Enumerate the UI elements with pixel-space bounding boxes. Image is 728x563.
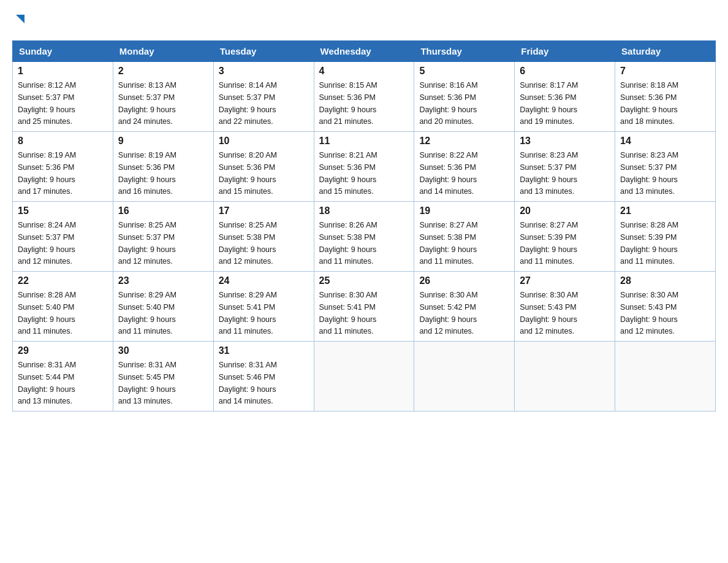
day-number: 7 bbox=[620, 66, 710, 77]
calendar-cell: 20 Sunrise: 8:27 AMSunset: 5:39 PMDaylig… bbox=[515, 202, 615, 272]
day-info: Sunrise: 8:30 AMSunset: 5:42 PMDaylight:… bbox=[419, 291, 477, 335]
calendar-cell bbox=[515, 342, 615, 412]
day-info: Sunrise: 8:18 AMSunset: 5:36 PMDaylight:… bbox=[620, 81, 678, 126]
day-info: Sunrise: 8:28 AMSunset: 5:39 PMDaylight:… bbox=[620, 221, 678, 266]
day-number: 19 bbox=[419, 205, 509, 216]
day-number: 21 bbox=[620, 205, 710, 216]
calendar-cell: 21 Sunrise: 8:28 AMSunset: 5:39 PMDaylig… bbox=[615, 202, 716, 272]
day-info: Sunrise: 8:26 AMSunset: 5:38 PMDaylight:… bbox=[319, 221, 377, 266]
calendar-cell: 28 Sunrise: 8:30 AMSunset: 5:43 PMDaylig… bbox=[615, 272, 716, 342]
day-number: 3 bbox=[219, 66, 309, 77]
week-row-4: 22 Sunrise: 8:28 AMSunset: 5:40 PMDaylig… bbox=[13, 272, 716, 342]
calendar-cell: 29 Sunrise: 8:31 AMSunset: 5:44 PMDaylig… bbox=[13, 342, 113, 412]
day-number: 13 bbox=[520, 136, 610, 147]
day-info: Sunrise: 8:30 AMSunset: 5:43 PMDaylight:… bbox=[620, 291, 678, 335]
day-info: Sunrise: 8:30 AMSunset: 5:43 PMDaylight:… bbox=[520, 291, 578, 335]
day-info: Sunrise: 8:19 AMSunset: 5:36 PMDaylight:… bbox=[118, 151, 176, 196]
svg-marker-0 bbox=[16, 15, 25, 23]
calendar-cell bbox=[414, 342, 515, 412]
calendar-cell: 22 Sunrise: 8:28 AMSunset: 5:40 PMDaylig… bbox=[13, 272, 113, 342]
weekday-header-saturday: Saturday bbox=[615, 41, 716, 62]
day-number: 23 bbox=[118, 275, 208, 286]
day-number: 14 bbox=[620, 136, 710, 147]
calendar-cell bbox=[314, 342, 414, 412]
day-info: Sunrise: 8:28 AMSunset: 5:40 PMDaylight:… bbox=[18, 291, 76, 335]
day-info: Sunrise: 8:22 AMSunset: 5:36 PMDaylight:… bbox=[419, 151, 477, 196]
calendar-cell: 10 Sunrise: 8:20 AMSunset: 5:36 PMDaylig… bbox=[213, 132, 314, 202]
day-number: 25 bbox=[319, 275, 409, 286]
day-info: Sunrise: 8:20 AMSunset: 5:36 PMDaylight:… bbox=[219, 151, 277, 196]
day-info: Sunrise: 8:25 AMSunset: 5:37 PMDaylight:… bbox=[118, 221, 176, 266]
calendar-cell: 3 Sunrise: 8:14 AMSunset: 5:37 PMDayligh… bbox=[213, 62, 314, 132]
calendar-cell: 18 Sunrise: 8:26 AMSunset: 5:38 PMDaylig… bbox=[314, 202, 414, 272]
day-number: 20 bbox=[520, 205, 610, 216]
day-number: 16 bbox=[118, 205, 208, 216]
day-number: 11 bbox=[319, 136, 409, 147]
day-info: Sunrise: 8:16 AMSunset: 5:36 PMDaylight:… bbox=[419, 81, 477, 126]
weekday-header-thursday: Thursday bbox=[414, 41, 515, 62]
calendar-cell: 4 Sunrise: 8:15 AMSunset: 5:36 PMDayligh… bbox=[314, 62, 414, 132]
day-info: Sunrise: 8:17 AMSunset: 5:36 PMDaylight:… bbox=[520, 81, 578, 126]
day-info: Sunrise: 8:13 AMSunset: 5:37 PMDaylight:… bbox=[118, 81, 176, 126]
calendar-cell: 19 Sunrise: 8:27 AMSunset: 5:38 PMDaylig… bbox=[414, 202, 515, 272]
day-number: 28 bbox=[620, 275, 710, 286]
calendar-cell: 1 Sunrise: 8:12 AMSunset: 5:37 PMDayligh… bbox=[13, 62, 113, 132]
calendar-cell bbox=[615, 342, 716, 412]
week-row-5: 29 Sunrise: 8:31 AMSunset: 5:44 PMDaylig… bbox=[13, 342, 716, 412]
weekday-header-tuesday: Tuesday bbox=[213, 41, 314, 62]
day-info: Sunrise: 8:14 AMSunset: 5:37 PMDaylight:… bbox=[219, 81, 277, 126]
day-number: 31 bbox=[219, 345, 309, 356]
calendar-cell: 17 Sunrise: 8:25 AMSunset: 5:38 PMDaylig… bbox=[213, 202, 314, 272]
weekday-header-monday: Monday bbox=[113, 41, 213, 62]
day-number: 22 bbox=[18, 275, 108, 286]
day-number: 27 bbox=[520, 275, 610, 286]
day-number: 8 bbox=[18, 136, 108, 147]
logo bbox=[12, 12, 27, 28]
week-row-3: 15 Sunrise: 8:24 AMSunset: 5:37 PMDaylig… bbox=[13, 202, 716, 272]
calendar-cell: 11 Sunrise: 8:21 AMSunset: 5:36 PMDaylig… bbox=[314, 132, 414, 202]
calendar-table: SundayMondayTuesdayWednesdayThursdayFrid… bbox=[12, 40, 716, 412]
day-number: 10 bbox=[219, 136, 309, 147]
page-header bbox=[12, 12, 716, 28]
day-number: 4 bbox=[319, 66, 409, 77]
day-number: 18 bbox=[319, 205, 409, 216]
weekday-header-friday: Friday bbox=[515, 41, 615, 62]
calendar-cell: 14 Sunrise: 8:23 AMSunset: 5:37 PMDaylig… bbox=[615, 132, 716, 202]
day-number: 29 bbox=[18, 345, 108, 356]
calendar-cell: 12 Sunrise: 8:22 AMSunset: 5:36 PMDaylig… bbox=[414, 132, 515, 202]
day-info: Sunrise: 8:23 AMSunset: 5:37 PMDaylight:… bbox=[520, 151, 578, 196]
calendar-cell: 9 Sunrise: 8:19 AMSunset: 5:36 PMDayligh… bbox=[113, 132, 213, 202]
day-number: 26 bbox=[419, 275, 509, 286]
calendar-cell: 7 Sunrise: 8:18 AMSunset: 5:36 PMDayligh… bbox=[615, 62, 716, 132]
day-info: Sunrise: 8:19 AMSunset: 5:36 PMDaylight:… bbox=[18, 151, 76, 196]
day-info: Sunrise: 8:31 AMSunset: 5:44 PMDaylight:… bbox=[18, 361, 76, 405]
week-row-1: 1 Sunrise: 8:12 AMSunset: 5:37 PMDayligh… bbox=[13, 62, 716, 132]
day-info: Sunrise: 8:12 AMSunset: 5:37 PMDaylight:… bbox=[18, 81, 76, 126]
calendar-cell: 26 Sunrise: 8:30 AMSunset: 5:42 PMDaylig… bbox=[414, 272, 515, 342]
day-info: Sunrise: 8:23 AMSunset: 5:37 PMDaylight:… bbox=[620, 151, 678, 196]
day-info: Sunrise: 8:25 AMSunset: 5:38 PMDaylight:… bbox=[219, 221, 277, 266]
weekday-header-sunday: Sunday bbox=[13, 41, 113, 62]
calendar-cell: 13 Sunrise: 8:23 AMSunset: 5:37 PMDaylig… bbox=[515, 132, 615, 202]
calendar-cell: 31 Sunrise: 8:31 AMSunset: 5:46 PMDaylig… bbox=[213, 342, 314, 412]
day-number: 15 bbox=[18, 205, 108, 216]
day-number: 5 bbox=[419, 66, 509, 77]
calendar-cell: 2 Sunrise: 8:13 AMSunset: 5:37 PMDayligh… bbox=[113, 62, 213, 132]
day-number: 12 bbox=[419, 136, 509, 147]
day-info: Sunrise: 8:29 AMSunset: 5:41 PMDaylight:… bbox=[219, 291, 277, 335]
weekday-header-row: SundayMondayTuesdayWednesdayThursdayFrid… bbox=[13, 41, 716, 62]
day-number: 30 bbox=[118, 345, 208, 356]
logo-arrow-icon bbox=[13, 12, 27, 28]
calendar-cell: 16 Sunrise: 8:25 AMSunset: 5:37 PMDaylig… bbox=[113, 202, 213, 272]
day-info: Sunrise: 8:30 AMSunset: 5:41 PMDaylight:… bbox=[319, 291, 377, 335]
calendar-cell: 8 Sunrise: 8:19 AMSunset: 5:36 PMDayligh… bbox=[13, 132, 113, 202]
day-number: 6 bbox=[520, 66, 610, 77]
day-info: Sunrise: 8:21 AMSunset: 5:36 PMDaylight:… bbox=[319, 151, 377, 196]
day-number: 2 bbox=[118, 66, 208, 77]
day-info: Sunrise: 8:27 AMSunset: 5:38 PMDaylight:… bbox=[419, 221, 477, 266]
calendar-cell: 27 Sunrise: 8:30 AMSunset: 5:43 PMDaylig… bbox=[515, 272, 615, 342]
day-number: 17 bbox=[219, 205, 309, 216]
calendar-cell: 15 Sunrise: 8:24 AMSunset: 5:37 PMDaylig… bbox=[13, 202, 113, 272]
day-info: Sunrise: 8:31 AMSunset: 5:45 PMDaylight:… bbox=[118, 361, 176, 405]
calendar-cell: 5 Sunrise: 8:16 AMSunset: 5:36 PMDayligh… bbox=[414, 62, 515, 132]
